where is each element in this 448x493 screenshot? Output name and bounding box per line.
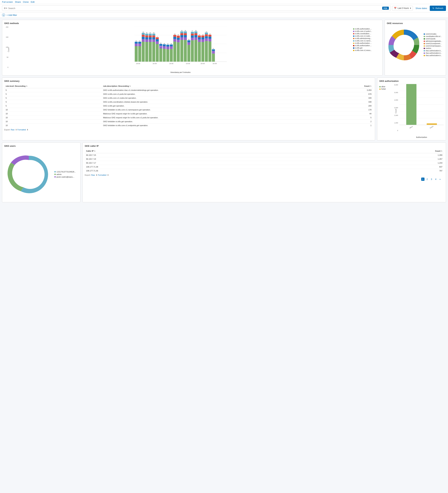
fullscreen-link[interactable]: Full screen xyxy=(2,1,13,3)
svg-rect-23 xyxy=(145,34,148,35)
page-2[interactable]: 2 xyxy=(425,178,429,181)
svg-rect-34 xyxy=(152,35,155,37)
cell-level: 10 xyxy=(4,108,102,112)
svg-text:10: 10 xyxy=(157,36,158,37)
col-description[interactable]: rule.description: Descending ⇅ xyxy=(102,84,333,88)
svg-rect-107 xyxy=(205,38,208,41)
share-link[interactable]: Share xyxy=(15,1,21,3)
svg-rect-138 xyxy=(406,84,416,125)
page-4[interactable]: 4 xyxy=(434,178,437,181)
cell-count: 1 xyxy=(333,123,373,127)
auth-y-0: 0 xyxy=(397,130,398,131)
svg-rect-112 xyxy=(208,41,211,62)
download-icon-raw: ⬇ xyxy=(15,129,17,131)
svg-rect-86 xyxy=(191,35,194,38)
legend-item-4: io.k8s.admissionreg... xyxy=(353,37,380,39)
dashboard: GKE methods 200 150 100 50 0 Count xyxy=(0,18,448,204)
legend-dot-0 xyxy=(353,28,354,30)
cell-count: 2 xyxy=(333,120,373,123)
svg-rect-115 xyxy=(208,35,211,37)
search-dropdown-icon[interactable]: ⊞ ▾ xyxy=(4,7,7,9)
legend-item-2: io.k8s.coordination.... xyxy=(353,33,380,34)
kql-badge[interactable]: KQL xyxy=(382,7,389,10)
svg-text:45: 45 xyxy=(160,43,161,44)
edit-link[interactable]: Edit xyxy=(31,1,34,3)
sort-icon-count: ⇅ xyxy=(370,85,371,87)
legend-label-3: io.k8s.core.v1.node... xyxy=(355,35,371,37)
svg-text:18:00: 18:00 xyxy=(136,63,140,64)
page-1[interactable]: 1 xyxy=(421,178,425,181)
svg-text:10: 10 xyxy=(199,34,200,35)
svg-text:99: 99 xyxy=(181,30,182,31)
svg-rect-117 xyxy=(212,54,215,62)
page-next[interactable]: » xyxy=(438,178,442,181)
search-input[interactable] xyxy=(8,7,382,10)
svg-point-130 xyxy=(394,36,413,54)
svg-rect-28 xyxy=(149,35,152,37)
res-legend-8: rbac.authorization.k... xyxy=(424,52,442,54)
svg-rect-39 xyxy=(156,39,159,41)
svg-text:forbid: forbid xyxy=(429,125,434,129)
svg-text:84: 84 xyxy=(146,32,148,34)
res-legend-6: metrics xyxy=(424,47,442,49)
table-row: 10 Malicious GKE request origin for io.k… xyxy=(4,116,373,120)
legend-label-2: io.k8s.coordination.... xyxy=(355,33,371,34)
svg-text:10: 10 xyxy=(209,33,210,35)
svg-text:97: 97 xyxy=(192,30,193,32)
export-raw-link[interactable]: Raw xyxy=(11,129,14,131)
legend-item-0: io.k8s.authorization.... xyxy=(353,28,380,30)
cell-count: 3,459 xyxy=(333,88,373,92)
time-dropdown-icon: ▾ xyxy=(410,7,411,9)
gke-users-title: GKE users xyxy=(4,145,78,147)
clone-link[interactable]: Clone xyxy=(23,1,29,3)
col-level[interactable]: rule.level: Descending ⇅ xyxy=(4,84,102,88)
y-tick-150: 150 xyxy=(6,36,8,38)
cell-description: GKE io.k8s.coordination.v1beta1.leases.l… xyxy=(102,100,333,104)
caller-ip-table: Caller IP ⇅ Count ⇅ 66.102.7.15 1,280 66… xyxy=(85,149,444,173)
gke-summary-table: rule.level: Descending ⇅ rule.descriptio… xyxy=(4,84,373,127)
auth-x-title: Authorization xyxy=(399,136,444,138)
export-formatted-link[interactable]: Formatted xyxy=(17,129,26,131)
res-legend-1: coordination.k8s.io/... xyxy=(424,35,442,37)
add-filter-button[interactable]: + Add filter xyxy=(6,14,17,16)
svg-text:86: 86 xyxy=(142,31,144,33)
time-selector[interactable]: 📅 Last 3 hours ▾ xyxy=(392,6,413,11)
svg-rect-31 xyxy=(152,42,155,62)
caller-count-col[interactable]: Count ⇅ xyxy=(298,149,444,153)
svg-rect-42 xyxy=(159,48,162,62)
cell-ip: 66.102.7.15 xyxy=(85,153,298,157)
svg-rect-35 xyxy=(152,34,155,35)
col-count[interactable]: Count ⇅ xyxy=(333,84,373,88)
auth-legend: allow forbid xyxy=(379,84,391,138)
caller-export-raw[interactable]: Raw xyxy=(91,174,95,176)
svg-rect-26 xyxy=(149,39,152,42)
search-box[interactable]: ⊞ ▾ KQL xyxy=(2,5,391,11)
svg-rect-48 xyxy=(163,44,166,46)
res-legend-0: core/v1/nodes xyxy=(424,33,442,35)
page-3[interactable]: 3 xyxy=(430,178,433,181)
svg-rect-52 xyxy=(166,45,169,46)
svg-rect-77 xyxy=(184,33,187,35)
svg-text:88: 88 xyxy=(174,34,175,35)
legend-label-1: io.k8s.core.v1.pods.l... xyxy=(355,30,372,32)
auth-y-6000: 6,000 xyxy=(394,84,398,86)
gke-methods-chart: 63 63 xyxy=(10,26,351,70)
row-1: GKE methods 200 150 100 50 0 Count xyxy=(2,20,446,76)
auth-y-1000: 1,000 xyxy=(394,122,398,124)
pagination: 1 2 3 4 » xyxy=(85,176,444,182)
auth-y-5000: 5,000 xyxy=(394,92,398,93)
cell-description: GKE forbidden io.k8s.core.v1.endpoints.g… xyxy=(102,123,333,127)
refresh-button[interactable]: ↻ Refresh xyxy=(430,6,446,11)
auth-chart-svg: allow forbid xyxy=(399,84,444,135)
legend-item-1: io.k8s.core.v1.pods.l... xyxy=(353,30,380,32)
caller-export-formatted[interactable]: Formatted xyxy=(98,174,106,176)
caller-ip-col[interactable]: Caller IP ⇅ xyxy=(85,149,298,153)
gke-summary-title: GKE summary xyxy=(4,80,373,82)
show-dates-button[interactable]: Show dates xyxy=(414,6,429,11)
filter-icon[interactable]: ⊕ xyxy=(2,13,5,17)
download-raw-icon: ⬇ xyxy=(96,174,97,176)
gke-resources-legend: core/v1/nodes coordination.k8s.io/... co… xyxy=(424,33,442,57)
svg-rect-81 xyxy=(187,42,190,45)
svg-rect-55 xyxy=(170,46,173,49)
svg-rect-99 xyxy=(198,35,201,37)
